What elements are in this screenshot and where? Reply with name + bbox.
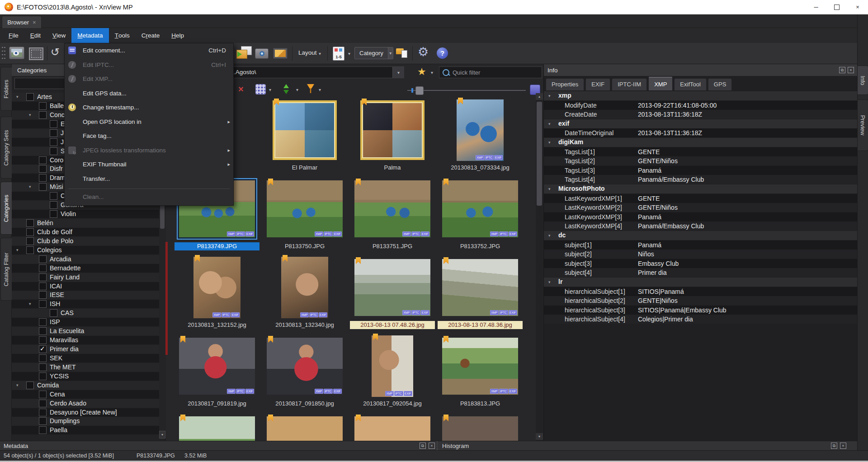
thumbnail-20130813-073334-jpg[interactable]: XMPIPTCEXIF20130813_073334.jpg xyxy=(438,99,523,172)
expand-arrow-icon[interactable]: ▾ xyxy=(16,248,19,252)
category-checkbox[interactable] xyxy=(50,120,57,128)
category-checkbox[interactable] xyxy=(50,192,57,200)
thumbnail-palma[interactable]: Palma xyxy=(350,99,435,172)
metadata-row[interactable]: CreateDate2013-08-13T11:36:18Z xyxy=(544,110,857,119)
filter-caret-icon[interactable]: ▾ xyxy=(319,87,321,92)
sort-button[interactable] xyxy=(283,84,290,94)
menubar-item-edit[interactable]: Edit xyxy=(24,28,47,43)
menubar-item-create[interactable]: Create xyxy=(136,28,166,43)
thumbnail-20130813-132340-jpg[interactable]: XMPIPTCEXIF20130813_132340.jpg xyxy=(262,256,347,329)
category-checkbox[interactable] xyxy=(50,210,57,218)
metadata-row[interactable]: DateTimeOriginal2013-08-13T11:36:18Z xyxy=(544,128,857,137)
metadata-row[interactable]: TagsList[2]GENTE/Niños xyxy=(544,156,857,165)
category-row-isp[interactable]: ISP xyxy=(12,318,159,326)
category-checkbox[interactable] xyxy=(39,255,47,263)
metadata-row[interactable]: LastKeywordXMP[2]GENTE/Niños xyxy=(544,203,857,212)
category-checkbox[interactable] xyxy=(39,156,47,164)
metadata-row[interactable]: LastKeywordXMP[3]Panamá xyxy=(544,212,857,222)
collapse-arrow-icon[interactable]: ▾ xyxy=(548,140,551,145)
thumbnail-p8133752-jpg[interactable]: XMPIPTCEXIFP8133752.JPG xyxy=(438,177,523,250)
metadata-row[interactable]: TagsList[4]Panamá/Embassy Club xyxy=(544,175,857,184)
metadata-float-icon[interactable]: ⧉ xyxy=(420,443,426,449)
thumbnail-partial[interactable] xyxy=(262,413,347,441)
browser-scrollbar[interactable]: ▴ ▾ xyxy=(536,93,543,441)
category-checkbox[interactable] xyxy=(39,300,47,308)
view-mode-button[interactable] xyxy=(255,84,266,94)
category-checkbox[interactable] xyxy=(39,354,47,362)
category-checkbox[interactable] xyxy=(39,273,47,281)
menu-item-exif-thumbnail[interactable]: EXIF Thumbnail▸ xyxy=(65,157,233,172)
category-checkbox[interactable] xyxy=(26,219,34,227)
collapse-arrow-icon[interactable]: ▾ xyxy=(548,94,551,98)
thumbnail-20130817-091850-jpg[interactable]: XMPIPTCEXIF20130817_091850.jpg xyxy=(262,335,347,408)
histogram-close-icon[interactable]: × xyxy=(840,443,846,449)
category-row-belén[interactable]: Belén xyxy=(12,219,159,227)
thumbnail-p8133750-jpg[interactable]: XMPIPTCEXIFP8133750.JPG xyxy=(262,177,347,250)
metadata-group-dc[interactable]: ▾dc xyxy=(544,231,857,240)
info-tab-gps[interactable]: GPS xyxy=(708,78,732,90)
category-row-club-de-golf[interactable]: Club de Golf xyxy=(12,228,159,236)
category-row-icai[interactable]: ICAI xyxy=(12,282,159,291)
category-row-maravillas[interactable]: Maravillas xyxy=(12,336,159,344)
metadata-group-xmp[interactable]: ▾xmp xyxy=(544,91,857,100)
category-row-cerdo-asado[interactable]: Cerdo Asado xyxy=(12,399,159,408)
menu-item-transfer[interactable]: Transfer... xyxy=(65,172,233,186)
info-tab-properties[interactable]: Properties xyxy=(546,78,584,90)
category-row-desayuno-create-new-[interactable]: Desayuno [Create New] xyxy=(12,408,159,417)
category-row-bernadette[interactable]: Bernadette xyxy=(12,264,159,273)
category-checkbox[interactable] xyxy=(26,228,34,236)
category-row-colegios[interactable]: ▾Colegios xyxy=(12,246,159,255)
metadata-close-icon[interactable]: × xyxy=(429,443,435,449)
close-panel-icon[interactable]: × xyxy=(848,67,854,73)
splitter-indicator[interactable] xyxy=(165,242,168,355)
thumbnail-size-slider-handle[interactable] xyxy=(415,86,424,95)
category-row-iese[interactable]: IESE xyxy=(12,291,159,299)
category-checkbox[interactable] xyxy=(26,246,34,254)
thumbnail-partial[interactable] xyxy=(438,413,523,441)
category-checkbox[interactable] xyxy=(39,363,47,371)
metadata-group-digikam[interactable]: ▾digiKam xyxy=(544,138,857,147)
tab-browser[interactable]: Browser × xyxy=(2,16,42,28)
expand-arrow-icon[interactable]: ▾ xyxy=(29,113,31,117)
info-tab-exiftool[interactable]: ExifTool xyxy=(674,78,707,90)
rating-view-button[interactable] xyxy=(333,47,344,61)
category-checkbox[interactable] xyxy=(50,309,57,317)
category-checkbox[interactable] xyxy=(39,391,47,398)
browser-scrollbar-thumb[interactable] xyxy=(537,102,542,206)
histogram-float-icon[interactable]: ⧉ xyxy=(831,443,837,449)
collapse-arrow-icon[interactable]: ▾ xyxy=(548,187,551,191)
category-checkbox[interactable] xyxy=(39,183,47,191)
expand-arrow-icon[interactable]: ▾ xyxy=(29,184,31,189)
collapse-arrow-icon[interactable]: ▾ xyxy=(548,233,551,238)
favorites-caret-icon[interactable]: ▾ xyxy=(431,70,433,75)
thumbnail-p8183813-jpg[interactable]: XMPIPTCEXIFP8183813.JPG xyxy=(438,335,523,408)
category-checkbox[interactable] xyxy=(26,382,34,389)
metadata-row[interactable]: hierarchicalSubject[1]SITIOS|Panamá xyxy=(544,287,857,296)
category-checkbox[interactable] xyxy=(39,291,47,299)
category-checkbox[interactable] xyxy=(39,264,47,272)
metadata-row[interactable]: TagsList[1]GENTE xyxy=(544,147,857,156)
thumbnail-partial[interactable] xyxy=(350,413,435,441)
metadata-group-lr[interactable]: ▾lr xyxy=(544,278,857,287)
info-tab-xmp[interactable]: XMP xyxy=(648,77,673,90)
menu-item-open-gps-location-in[interactable]: Open GPS location in▸ xyxy=(65,115,233,129)
menu-item-change-timestamp[interactable]: Change timestamp... xyxy=(65,100,233,115)
category-checkbox[interactable] xyxy=(39,417,47,425)
collapse-arrow-icon[interactable]: ▾ xyxy=(548,122,551,126)
category-row-paella[interactable]: Paella xyxy=(12,426,159,434)
category-row-violin[interactable]: Violin xyxy=(12,210,159,218)
category-checkbox[interactable] xyxy=(39,345,47,353)
metadata-row[interactable]: hierarchicalSubject[3]SITIOS|Panamá|Emba… xyxy=(544,306,857,315)
info-tab-exif[interactable]: EXIF xyxy=(585,78,610,90)
filter-button[interactable] xyxy=(307,84,314,93)
view-mode-caret-icon[interactable]: ▾ xyxy=(269,87,271,92)
collapse-arrow-icon[interactable]: ▾ xyxy=(548,280,551,284)
category-checkbox[interactable] xyxy=(26,237,34,245)
quick-filter-box[interactable]: Quick filter xyxy=(439,66,542,78)
category-checkbox[interactable] xyxy=(50,147,57,155)
metadata-row[interactable]: LastKeywordXMP[4]Panamá/Embassy Club xyxy=(544,222,857,231)
metadata-row[interactable]: LastKeywordXMP[1]GENTE xyxy=(544,194,857,203)
category-checkbox[interactable] xyxy=(39,372,47,380)
categories-scroll-down-button[interactable]: ▾ xyxy=(159,431,165,438)
sidebar-tab-folders[interactable]: Folders xyxy=(0,67,12,111)
